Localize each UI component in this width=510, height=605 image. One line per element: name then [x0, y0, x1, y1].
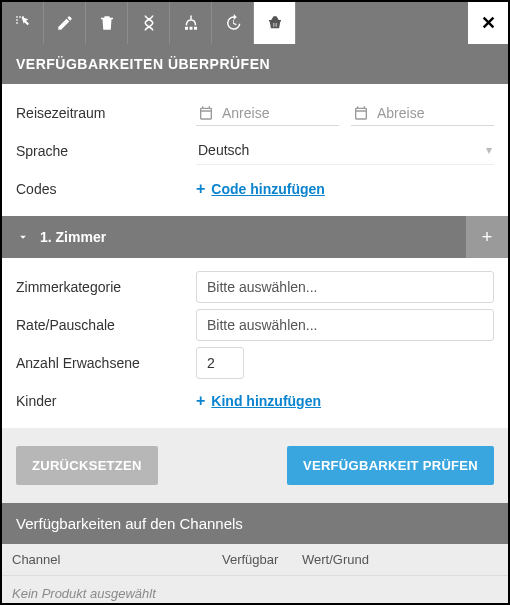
trash-icon — [98, 14, 116, 32]
room-category-label: Zimmerkategorie — [16, 279, 186, 295]
sitemap-icon — [182, 14, 200, 32]
channels-title: Verfügbarkeiten auf den Channels — [2, 503, 508, 544]
basket-tool-button[interactable] — [254, 2, 296, 44]
arrival-placeholder: Anreise — [222, 105, 269, 121]
chevron-down-icon: ▾ — [486, 143, 492, 157]
calendar-icon — [198, 105, 214, 121]
reset-button[interactable]: ZURÜCKSETZEN — [16, 446, 158, 485]
period-label: Reisezeitraum — [16, 105, 186, 121]
adults-input[interactable]: 2 — [196, 347, 244, 379]
children-label: Kinder — [16, 393, 186, 409]
close-icon: ✕ — [481, 12, 496, 34]
add-child-label: Kind hinzufügen — [211, 393, 321, 409]
plus-icon: + — [196, 393, 205, 409]
room-accordion-header: 1. Zimmer + — [2, 216, 508, 258]
rate-select[interactable]: Bitte auswählen... — [196, 309, 494, 341]
col-value: Wert/Grund — [302, 552, 498, 567]
search-form: Reisezeitraum Anreise Abreise Sprache De… — [2, 84, 508, 216]
room-form: Zimmerkategorie Bitte auswählen... Rate/… — [2, 258, 508, 428]
room-category-placeholder: Bitte auswählen... — [207, 279, 318, 295]
adults-value: 2 — [207, 355, 215, 371]
add-child-button[interactable]: + Kind hinzufügen — [196, 393, 321, 409]
rate-label: Rate/Pauschale — [16, 317, 186, 333]
panel-title: VERFÜGBARKEITEN ÜBERPRÜFEN — [2, 44, 508, 84]
adults-label: Anzahl Erwachsene — [16, 355, 186, 371]
history-tool-button[interactable] — [212, 2, 254, 44]
actions-bar: ZURÜCKSETZEN VERFÜGBARKEIT PRÜFEN — [2, 428, 508, 503]
room-header-label: 1. Zimmer — [40, 229, 106, 245]
toolbar: ✕ — [2, 2, 508, 44]
channels-empty-message: Kein Produkt ausgewählt — [2, 576, 508, 605]
select-icon — [14, 14, 32, 32]
departure-placeholder: Abreise — [377, 105, 424, 121]
room-category-select[interactable]: Bitte auswählen... — [196, 271, 494, 303]
col-channel: Channel — [12, 552, 222, 567]
plus-icon: + — [482, 227, 493, 248]
clock-icon — [224, 14, 242, 32]
language-label: Sprache — [16, 143, 186, 159]
basket-icon — [266, 14, 284, 32]
chevron-down-icon — [16, 230, 30, 244]
arrival-input[interactable]: Anreise — [196, 101, 339, 126]
add-room-button[interactable]: + — [466, 216, 508, 258]
room-accordion-toggle[interactable]: 1. Zimmer — [2, 229, 466, 245]
add-code-button[interactable]: + Code hinzufügen — [196, 181, 325, 197]
select-tool-button[interactable] — [2, 2, 44, 44]
pencil-icon — [56, 14, 74, 32]
calendar-icon — [353, 105, 369, 121]
channels-table-header: Channel Verfügbar Wert/Grund — [2, 544, 508, 576]
col-available: Verfügbar — [222, 552, 302, 567]
toolbar-spacer — [296, 2, 468, 44]
delete-tool-button[interactable] — [86, 2, 128, 44]
departure-input[interactable]: Abreise — [351, 101, 494, 126]
check-availability-button[interactable]: VERFÜGBARKEIT PRÜFEN — [287, 446, 494, 485]
dna-icon — [140, 14, 158, 32]
edit-tool-button[interactable] — [44, 2, 86, 44]
dna-tool-button[interactable] — [128, 2, 170, 44]
close-button[interactable]: ✕ — [468, 2, 508, 44]
sitemap-tool-button[interactable] — [170, 2, 212, 44]
plus-icon: + — [196, 181, 205, 197]
rate-placeholder: Bitte auswählen... — [207, 317, 318, 333]
language-select[interactable]: Deutsch ▾ — [196, 138, 494, 165]
language-value: Deutsch — [198, 142, 249, 158]
add-code-label: Code hinzufügen — [211, 181, 325, 197]
codes-label: Codes — [16, 181, 186, 197]
